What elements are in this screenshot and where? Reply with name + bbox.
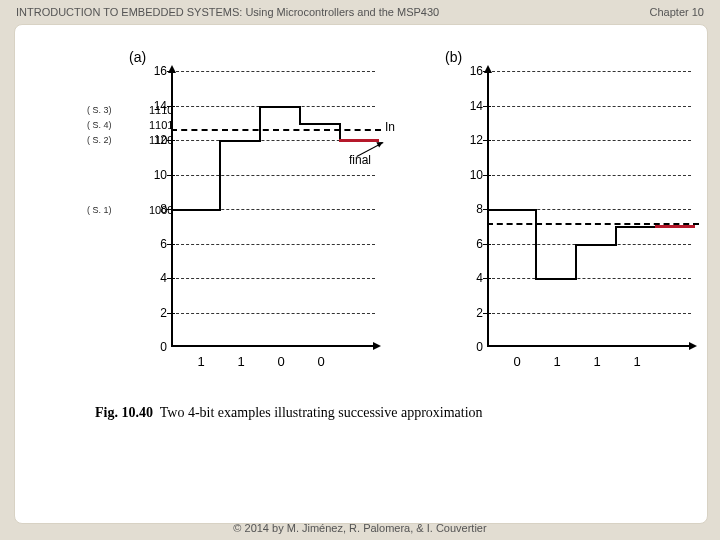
step-rise bbox=[259, 106, 261, 141]
bit: 1 bbox=[617, 354, 657, 369]
final-level bbox=[339, 139, 379, 142]
input-label: In bbox=[385, 120, 395, 134]
panel-b: (b) 0 2 4 6 8 10 12 14 16 bbox=[439, 53, 699, 383]
step-seg bbox=[259, 106, 301, 108]
footer-copyright: © 2014 by M. Jiménez, R. Palomera, & I. … bbox=[0, 522, 720, 534]
bit: 1 bbox=[577, 354, 617, 369]
bit: 1 bbox=[181, 354, 221, 369]
axis-x bbox=[171, 345, 375, 347]
panel-a: (a) 0 2 4 6 8 10 12 14 16 bbox=[123, 53, 383, 383]
step-fall bbox=[535, 209, 537, 278]
chapter-label: Chapter 10 bbox=[650, 6, 704, 18]
caption-lead: Fig. 10.40 bbox=[95, 405, 153, 420]
code: 1101 bbox=[149, 119, 173, 131]
ytick: 6 bbox=[463, 237, 483, 251]
input-line bbox=[487, 223, 699, 225]
step-note: ( S. 1) bbox=[87, 205, 112, 215]
bit: 1 bbox=[537, 354, 577, 369]
ytick: 14 bbox=[463, 99, 483, 113]
step-seg bbox=[487, 209, 537, 211]
bit: 0 bbox=[301, 354, 341, 369]
header: INTRODUCTION TO EMBEDDED SYSTEMS: Using … bbox=[16, 6, 704, 18]
bit: 0 bbox=[261, 354, 301, 369]
code: 1000 bbox=[149, 204, 173, 216]
ytick: 10 bbox=[147, 168, 167, 182]
ytick: 2 bbox=[147, 306, 167, 320]
step-seg bbox=[171, 209, 221, 211]
ytick: 6 bbox=[147, 237, 167, 251]
code: 1110 bbox=[149, 104, 173, 116]
ytick: 2 bbox=[463, 306, 483, 320]
step-seg bbox=[615, 226, 657, 228]
final-label: final bbox=[349, 153, 371, 167]
axis-x bbox=[487, 345, 691, 347]
input-line bbox=[171, 129, 381, 131]
ytick: 10 bbox=[463, 168, 483, 182]
ytick: 0 bbox=[147, 340, 167, 354]
final-level bbox=[655, 225, 695, 228]
bit: 1 bbox=[221, 354, 261, 369]
caption-text: Two 4-bit examples illustrating successi… bbox=[160, 405, 483, 420]
step-note: ( S. 4) bbox=[87, 120, 112, 130]
panel-b-label: (b) bbox=[445, 49, 462, 65]
content-card: (a) 0 2 4 6 8 10 12 14 16 bbox=[14, 24, 708, 524]
figure: (a) 0 2 4 6 8 10 12 14 16 bbox=[55, 53, 667, 433]
code: 1100 bbox=[149, 134, 173, 146]
step-note: ( S. 3) bbox=[87, 105, 112, 115]
step-seg bbox=[575, 244, 617, 246]
step-rise bbox=[615, 226, 617, 244]
step-rise bbox=[575, 244, 577, 279]
step-fall bbox=[299, 106, 301, 124]
ytick: 16 bbox=[147, 64, 167, 78]
ytick: 12 bbox=[463, 133, 483, 147]
panel-a-label: (a) bbox=[129, 49, 146, 65]
step-note: ( S. 2) bbox=[87, 135, 112, 145]
ytick: 8 bbox=[463, 202, 483, 216]
step-seg bbox=[219, 140, 261, 142]
book-title: INTRODUCTION TO EMBEDDED SYSTEMS: Using … bbox=[16, 6, 439, 18]
ytick: 4 bbox=[463, 271, 483, 285]
slide: INTRODUCTION TO EMBEDDED SYSTEMS: Using … bbox=[0, 0, 720, 540]
ytick: 0 bbox=[463, 340, 483, 354]
bit: 0 bbox=[497, 354, 537, 369]
step-seg bbox=[535, 278, 577, 280]
step-seg bbox=[299, 123, 341, 125]
figure-caption: Fig. 10.40 Two 4-bit examples illustrati… bbox=[95, 405, 483, 421]
step-rise bbox=[219, 140, 221, 209]
ytick: 16 bbox=[463, 64, 483, 78]
ytick: 4 bbox=[147, 271, 167, 285]
